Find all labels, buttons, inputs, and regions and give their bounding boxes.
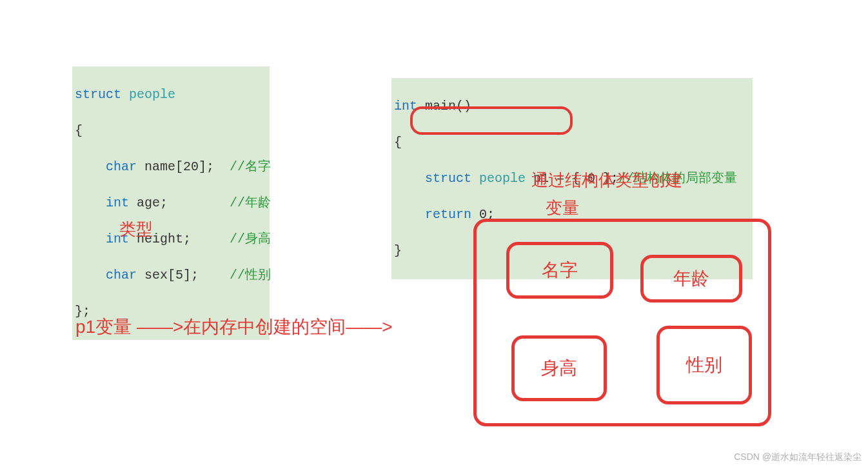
highlight-circle: [410, 106, 573, 135]
comment-age: //年龄: [230, 195, 271, 210]
memory-label-height: 身高: [541, 356, 577, 381]
struct-definition-code: struct people { char name[20]; //名字 int …: [72, 66, 270, 340]
memory-box-age: 年龄: [640, 255, 742, 303]
struct-keyword: struct: [75, 87, 121, 102]
open-brace: {: [75, 122, 267, 140]
memory-box-name: 名字: [506, 242, 613, 299]
memory-label-sex: 性别: [686, 353, 722, 377]
memory-box-height: 身高: [511, 335, 607, 401]
p1-arrow-label: p1变量 ——>在内存中创建的空间——>: [75, 315, 393, 339]
comment-sex: //性别: [230, 268, 271, 283]
struct-name: people: [129, 87, 175, 102]
memory-label-name: 名字: [542, 258, 578, 283]
memory-label-age: 年龄: [673, 266, 709, 291]
type-label: 类型: [119, 218, 153, 241]
watermark: CSDN @逝水如流年轻往返染尘: [734, 452, 862, 463]
create-label-line2: 变量: [546, 197, 579, 219]
comment-height: //身高: [230, 232, 271, 246]
create-label-line1: 通过结构体类型创建: [531, 169, 682, 192]
comment-name: //名字: [230, 159, 271, 174]
memory-box-sex: 性别: [656, 326, 752, 404]
